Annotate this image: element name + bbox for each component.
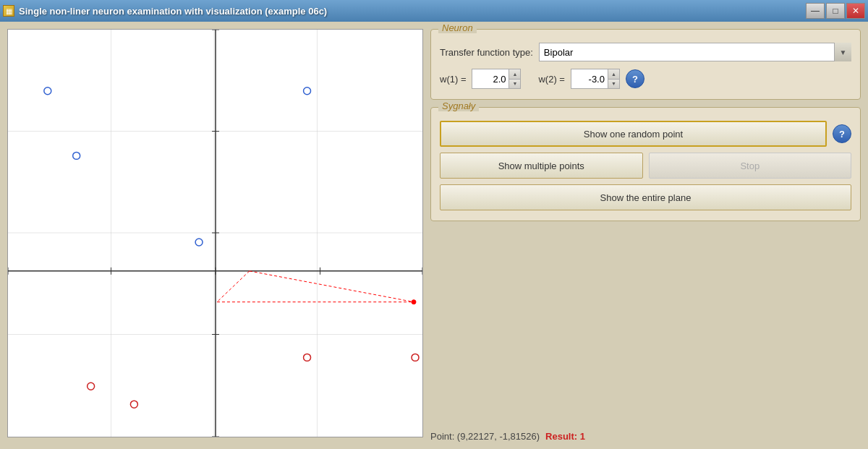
minimize-button[interactable]: —: [806, 3, 825, 19]
weight-row: w(1) = ▲ ▼ w(2) = ▲ ▼ ?: [440, 69, 851, 89]
maximize-button[interactable]: □: [826, 3, 845, 19]
w2-down-arrow[interactable]: ▼: [608, 80, 619, 89]
w2-up-arrow[interactable]: ▲: [608, 69, 619, 80]
show-random-button[interactable]: Show one random point: [440, 121, 827, 147]
title-bar: ▦ Single non-liner neuron examination wi…: [0, 0, 868, 22]
neuron-section: Neuron Transfer function type: Bipolar U…: [430, 29, 861, 100]
w2-input[interactable]: [571, 69, 608, 88]
show-random-row: Show one random point ?: [440, 121, 851, 147]
chart-area: [7, 29, 423, 437]
svg-point-21: [412, 300, 416, 304]
chart-svg: [8, 30, 422, 437]
window-body: Neuron Transfer function type: Bipolar U…: [0, 22, 868, 449]
transfer-function-row: Transfer function type: Bipolar Unipolar…: [440, 43, 851, 61]
close-button[interactable]: ✕: [846, 3, 865, 19]
stop-button[interactable]: Stop: [649, 153, 852, 179]
svg-point-23: [304, 87, 311, 95]
status-result-text: Result: 1: [545, 431, 585, 442]
svg-line-19: [217, 271, 250, 302]
neuron-help-button[interactable]: ?: [626, 69, 644, 88]
transfer-label: Transfer function type:: [440, 47, 533, 58]
show-multiple-button[interactable]: Show multiple points: [440, 153, 643, 179]
svg-line-18: [250, 271, 414, 302]
window-title: Single non-liner neuron examination with…: [19, 6, 327, 17]
svg-point-27: [88, 382, 95, 390]
svg-point-22: [44, 87, 51, 95]
w2-spinbox: ▲ ▼: [571, 69, 620, 89]
show-plane-button[interactable]: Show the entire plane: [440, 184, 851, 210]
w1-down-arrow[interactable]: ▼: [509, 80, 520, 89]
w1-input[interactable]: [472, 69, 509, 88]
w1-spinbox: ▲ ▼: [472, 69, 521, 89]
w2-arrows: ▲ ▼: [608, 69, 619, 88]
show-multiple-row: Show multiple points Stop: [440, 153, 851, 179]
transfer-function-select[interactable]: Bipolar Unipolar Linear: [539, 43, 851, 61]
status-bar: Point: (9,22127, -1,81526) Result: 1: [430, 427, 861, 442]
svg-point-25: [195, 239, 203, 246]
w1-up-arrow[interactable]: ▲: [509, 69, 520, 80]
window-controls: — □ ✕: [806, 3, 865, 19]
sygnaly-section-title: Sygnały: [438, 101, 479, 111]
w1-arrows: ▲ ▼: [509, 69, 520, 88]
w2-label: w(2) =: [538, 74, 564, 85]
sygnaly-help-button[interactable]: ?: [833, 124, 851, 143]
w1-label: w(1) =: [440, 74, 466, 85]
right-panel: Neuron Transfer function type: Bipolar U…: [430, 29, 861, 442]
show-plane-row: Show the entire plane: [440, 184, 851, 210]
sygnaly-section: Sygnały Show one random point ? Show mul…: [430, 107, 861, 221]
neuron-section-title: Neuron: [438, 22, 477, 33]
transfer-select-wrapper: Bipolar Unipolar Linear ▼: [539, 43, 851, 61]
status-point-text: Point: (9,22127, -1,81526): [430, 431, 540, 442]
sygnaly-content: Show one random point ? Show multiple po…: [440, 121, 851, 210]
svg-point-24: [73, 152, 80, 159]
svg-point-26: [304, 354, 311, 361]
svg-point-28: [130, 401, 137, 408]
app-icon: ▦: [3, 5, 14, 17]
svg-point-29: [412, 354, 419, 361]
title-bar-left: ▦ Single non-liner neuron examination wi…: [3, 5, 327, 17]
